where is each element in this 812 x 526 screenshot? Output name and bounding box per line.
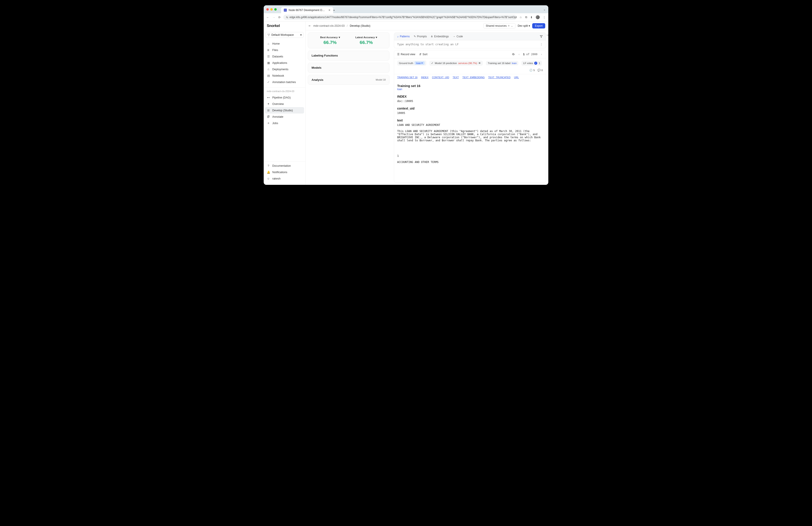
tab-code[interactable]: → Code	[453, 35, 463, 38]
chip-label: Ground truth	[399, 62, 413, 65]
nav-annotation-batches[interactable]: ✓Annotation batches	[264, 79, 305, 85]
tab-label: Prompts	[417, 35, 427, 38]
nav-label: Home	[272, 42, 279, 45]
breadcrumb-separator: /	[347, 24, 348, 27]
nav-notebook[interactable]: ▤Notebook	[264, 72, 305, 79]
dag-icon: ⊷	[267, 96, 270, 99]
check-icon: ✓	[431, 61, 433, 65]
profile-avatar[interactable]	[536, 15, 540, 19]
nav-home[interactable]: ⌂Home	[264, 40, 305, 47]
nav-label: Deployments	[272, 68, 288, 71]
minimize-window-button[interactable]	[270, 8, 273, 11]
gear-icon[interactable]	[512, 53, 515, 56]
metric-label-text: Best Accuracy	[320, 36, 338, 39]
tab-embeddings[interactable]: ⋔ Embeddings	[431, 35, 449, 38]
collapse-sidebar-icon[interactable]: ⇤	[309, 24, 311, 27]
filter-icon[interactable]	[540, 35, 543, 38]
nav-label: Documentation	[272, 164, 291, 167]
anchor-link[interactable]: TRAINING SET 16	[397, 76, 418, 79]
nav-pipeline[interactable]: ⊷Pipeline (DAG)	[264, 94, 305, 101]
prediction-value: services (98.7%)	[458, 62, 477, 65]
tab-prompts[interactable]: ✎ Prompts	[414, 35, 427, 38]
chip-label: Model 18 prediction	[435, 62, 457, 65]
more-menu-icon[interactable]: ⋮	[540, 43, 543, 46]
count-value: 5	[533, 69, 535, 72]
forward-button[interactable]: →	[272, 16, 275, 19]
code-icon: →	[453, 35, 455, 38]
nav-overview[interactable]: ✦Overview	[264, 101, 305, 107]
address-bar: ← → ⟳ ⇆ edge.k8s.g498.io/applications/14…	[264, 13, 548, 22]
chevron-down-icon: ▾	[529, 24, 530, 27]
browser-menu-icon[interactable]: ⋮	[543, 16, 546, 19]
nav-jobs[interactable]: ≡Jobs	[264, 120, 305, 126]
bookmark-icon[interactable]: ☆	[519, 16, 522, 19]
anchor-link[interactable]: TEXT_EMBEDDING	[462, 76, 484, 79]
site-settings-icon[interactable]: ⇆	[286, 16, 288, 19]
browser-tab[interactable]: Node 66767 Development O… ✕	[281, 7, 333, 13]
chevron-down-icon[interactable]: ▾	[339, 36, 340, 39]
tab-overflow-icon[interactable]: ⌄	[543, 8, 546, 11]
back-button[interactable]: ←	[266, 16, 269, 19]
comments-count[interactable]: 💬 0	[537, 69, 543, 72]
split-selector[interactable]: Dev split ▾	[518, 24, 530, 27]
nav-applications[interactable]: ▦Applications	[264, 60, 305, 66]
record-view-button[interactable]: ☰ Record view	[397, 53, 415, 56]
svg-point-2	[268, 35, 269, 36]
record-meta-row: Ground truth loan ▾ ✓ Model 18 predictio…	[394, 58, 546, 74]
window-controls	[266, 8, 277, 11]
tab-patterns[interactable]: ⌕ Patterns	[397, 35, 410, 38]
nav-label: Annotate	[272, 115, 283, 118]
lf-text-input[interactable]	[397, 43, 540, 46]
new-tab-button[interactable]: +	[333, 9, 335, 12]
count-value: 0	[541, 69, 543, 72]
nav-user[interactable]: ☺rakesh	[264, 175, 305, 182]
ground-truth-value[interactable]: loan ▾	[415, 61, 425, 65]
field-anchors: TRAINING SET 16 INDEX CONTEXT_UID TEXT T…	[394, 74, 546, 80]
page-of: of	[526, 53, 530, 56]
export-button[interactable]: Export	[532, 23, 545, 28]
reload-button[interactable]: ⟳	[278, 16, 281, 19]
download-icon[interactable]: ⬇	[530, 16, 533, 19]
pagination-text: 1 of 2000	[523, 53, 537, 56]
next-record-button[interactable]: ›	[540, 53, 543, 56]
check-icon: ✓	[267, 80, 270, 84]
section-labeling-functions[interactable]: Labeling Functions	[308, 51, 389, 60]
field-index-value: doc::10005	[397, 100, 543, 103]
eye-icon[interactable]: 👁	[478, 62, 481, 65]
anchor-link[interactable]: INDEX	[421, 76, 429, 79]
analysis-model-ref: Model 18	[376, 79, 386, 81]
anchor-link[interactable]: TEXT	[452, 76, 459, 79]
best-accuracy-label: Best Accuracy ▾	[320, 36, 340, 39]
shared-resources-button[interactable]: Shared resources ⌄	[483, 23, 516, 28]
nav-notifications[interactable]: 🔔Notifications	[264, 169, 305, 175]
breadcrumb-root[interactable]: mdv-contract-cls-2024-03	[313, 24, 345, 27]
section-analysis[interactable]: Analysis Model 18	[308, 75, 389, 85]
section-models[interactable]: Models	[308, 63, 389, 73]
prev-record-button[interactable]: ‹	[518, 53, 520, 56]
nav-annotate[interactable]: 🗐Annotate	[264, 114, 305, 120]
anchor-link[interactable]: CONTEXT_UID	[432, 76, 449, 79]
history-count[interactable]: 🕘 5	[530, 69, 535, 72]
nav-develop-studio[interactable]: ⊞Develop (Studio)	[265, 107, 304, 114]
studio-icon: ⊞	[267, 109, 270, 112]
training-set-chip: Training set 16 label loan	[486, 61, 518, 65]
maximize-window-button[interactable]	[274, 8, 277, 11]
nav-files[interactable]: 🗎Files	[264, 47, 305, 53]
button-label: Record view	[401, 53, 415, 56]
anchor-link[interactable]: URL	[514, 76, 519, 79]
extensions-icon[interactable]: ⧉	[525, 15, 527, 19]
close-tab-icon[interactable]: ✕	[328, 9, 331, 12]
anchor-link[interactable]: TEXT_TRUNCATED	[488, 76, 510, 79]
url-input[interactable]: ⇆ edge.k8s.g498.io/applications/14477/no…	[283, 15, 517, 20]
nav-documentation[interactable]: ?Documentation	[264, 162, 305, 169]
nav-deployments[interactable]: ⎌Deployments	[264, 66, 305, 72]
collapse-right-icon[interactable]: ⇥	[546, 33, 548, 37]
workspace-selector[interactable]: Default Workspace ▾	[265, 32, 304, 38]
nav-datasets[interactable]: ☰Datasets	[264, 53, 305, 60]
chevron-down-icon[interactable]: ▾	[376, 36, 377, 39]
close-window-button[interactable]	[266, 8, 269, 11]
sort-button[interactable]: ⇵ Sort	[419, 53, 427, 56]
nav-label: Annotation batches	[272, 81, 296, 84]
workspace-icon	[267, 33, 270, 36]
right-column: ⇥ ⌕ Patterns ✎ Prompts ⋔ Embedd	[392, 30, 548, 185]
